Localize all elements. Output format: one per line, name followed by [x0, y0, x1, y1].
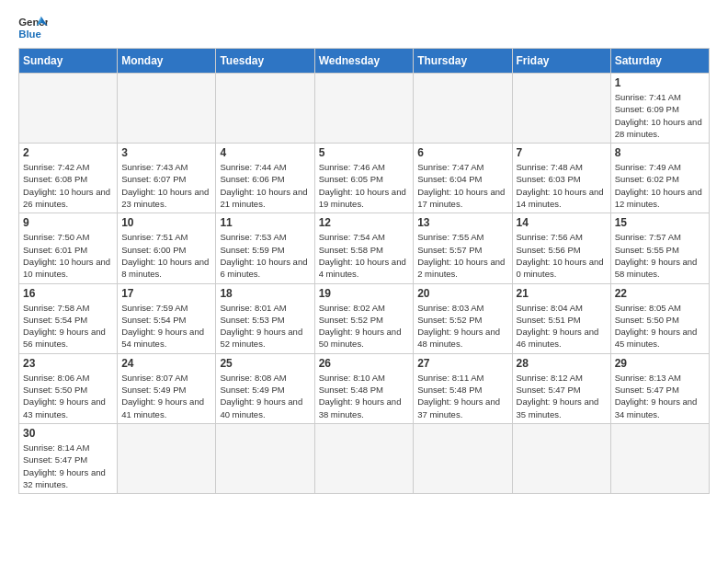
generalblue-logo-icon: General Blue — [18, 15, 48, 40]
day-number: 6 — [417, 146, 507, 159]
day-info: Sunrise: 8:01 AMSunset: 5:53 PMDaylight:… — [220, 302, 310, 350]
calendar-cell: 7Sunrise: 7:48 AMSunset: 6:03 PMDaylight… — [512, 144, 610, 213]
day-info: Sunrise: 7:48 AMSunset: 6:03 PMDaylight:… — [517, 161, 607, 210]
day-number: 9 — [23, 216, 113, 229]
calendar-cell — [314, 423, 414, 493]
day-info: Sunrise: 7:47 AMSunset: 6:04 PMDaylight:… — [417, 161, 507, 210]
svg-text:Blue: Blue — [18, 29, 41, 40]
calendar-cell: 27Sunrise: 8:11 AMSunset: 5:48 PMDayligh… — [414, 353, 512, 423]
weekday-header-monday: Monday — [118, 49, 216, 74]
day-number: 30 — [23, 427, 113, 440]
day-number: 27 — [417, 357, 507, 370]
day-info: Sunrise: 7:53 AMSunset: 5:59 PMDaylight:… — [220, 231, 310, 280]
day-number: 19 — [319, 287, 410, 300]
day-number: 23 — [23, 357, 113, 370]
calendar-cell: 17Sunrise: 7:59 AMSunset: 5:54 PMDayligh… — [118, 283, 216, 353]
day-info: Sunrise: 7:44 AMSunset: 6:06 PMDaylight:… — [220, 161, 310, 210]
calendar-cell: 25Sunrise: 8:08 AMSunset: 5:49 PMDayligh… — [216, 353, 314, 423]
calendar-cell: 3Sunrise: 7:43 AMSunset: 6:07 PMDaylight… — [118, 144, 216, 213]
header: General Blue — [18, 15, 710, 40]
calendar-cell: 2Sunrise: 7:42 AMSunset: 6:08 PMDaylight… — [19, 144, 118, 213]
day-info: Sunrise: 8:12 AMSunset: 5:47 PMDaylight:… — [517, 372, 607, 420]
weekday-header-wednesday: Wednesday — [314, 49, 414, 74]
calendar-week-2: 2Sunrise: 7:42 AMSunset: 6:08 PMDaylight… — [19, 144, 710, 213]
calendar-cell: 26Sunrise: 8:10 AMSunset: 5:48 PMDayligh… — [314, 353, 414, 423]
day-info: Sunrise: 7:56 AMSunset: 5:56 PMDaylight:… — [517, 231, 607, 280]
calendar-cell — [314, 74, 414, 144]
day-number: 25 — [220, 357, 310, 370]
weekday-header-sunday: Sunday — [19, 49, 118, 74]
day-number: 2 — [23, 146, 113, 159]
day-number: 7 — [517, 146, 607, 159]
day-number: 15 — [615, 216, 705, 229]
day-info: Sunrise: 7:55 AMSunset: 5:57 PMDaylight:… — [417, 231, 507, 280]
day-number: 28 — [517, 357, 607, 370]
day-number: 17 — [121, 287, 211, 300]
day-info: Sunrise: 8:10 AMSunset: 5:48 PMDaylight:… — [319, 372, 410, 420]
day-info: Sunrise: 8:13 AMSunset: 5:47 PMDaylight:… — [615, 372, 705, 420]
calendar-cell: 14Sunrise: 7:56 AMSunset: 5:56 PMDayligh… — [512, 213, 610, 283]
day-number: 18 — [220, 287, 310, 300]
weekday-header-thursday: Thursday — [414, 49, 512, 74]
day-number: 13 — [417, 216, 507, 229]
day-info: Sunrise: 8:03 AMSunset: 5:52 PMDaylight:… — [417, 302, 507, 350]
day-info: Sunrise: 8:11 AMSunset: 5:48 PMDaylight:… — [417, 372, 507, 420]
calendar-cell: 22Sunrise: 8:05 AMSunset: 5:50 PMDayligh… — [610, 283, 709, 353]
calendar-cell: 24Sunrise: 8:07 AMSunset: 5:49 PMDayligh… — [118, 353, 216, 423]
calendar-cell — [414, 74, 512, 144]
day-info: Sunrise: 7:51 AMSunset: 6:00 PMDaylight:… — [121, 231, 211, 280]
day-number: 12 — [319, 216, 410, 229]
day-info: Sunrise: 7:50 AMSunset: 6:01 PMDaylight:… — [23, 231, 113, 280]
calendar-cell — [19, 74, 118, 144]
page: General Blue SundayMondayTuesdayWednesda… — [0, 0, 728, 563]
calendar-cell: 13Sunrise: 7:55 AMSunset: 5:57 PMDayligh… — [414, 213, 512, 283]
day-info: Sunrise: 7:58 AMSunset: 5:54 PMDaylight:… — [23, 302, 113, 350]
day-info: Sunrise: 8:05 AMSunset: 5:50 PMDaylight:… — [615, 302, 705, 350]
calendar-cell — [216, 74, 314, 144]
calendar-cell: 10Sunrise: 7:51 AMSunset: 6:00 PMDayligh… — [118, 213, 216, 283]
calendar-cell: 5Sunrise: 7:46 AMSunset: 6:05 PMDaylight… — [314, 144, 414, 213]
calendar-cell: 9Sunrise: 7:50 AMSunset: 6:01 PMDaylight… — [19, 213, 118, 283]
calendar-cell: 8Sunrise: 7:49 AMSunset: 6:02 PMDaylight… — [610, 144, 709, 213]
day-number: 1 — [615, 76, 705, 89]
day-info: Sunrise: 7:42 AMSunset: 6:08 PMDaylight:… — [23, 161, 113, 210]
day-number: 26 — [319, 357, 410, 370]
day-number: 22 — [615, 287, 705, 300]
weekday-header-tuesday: Tuesday — [216, 49, 314, 74]
calendar-cell — [610, 423, 709, 493]
calendar-cell: 16Sunrise: 7:58 AMSunset: 5:54 PMDayligh… — [19, 283, 118, 353]
day-number: 24 — [121, 357, 211, 370]
day-info: Sunrise: 8:14 AMSunset: 5:47 PMDaylight:… — [23, 442, 113, 490]
calendar-cell: 30Sunrise: 8:14 AMSunset: 5:47 PMDayligh… — [19, 423, 118, 493]
day-number: 8 — [615, 146, 705, 159]
calendar-table: SundayMondayTuesdayWednesdayThursdayFrid… — [18, 48, 710, 494]
calendar-cell: 23Sunrise: 8:06 AMSunset: 5:50 PMDayligh… — [19, 353, 118, 423]
calendar-week-4: 16Sunrise: 7:58 AMSunset: 5:54 PMDayligh… — [19, 283, 710, 353]
day-info: Sunrise: 8:06 AMSunset: 5:50 PMDaylight:… — [23, 372, 113, 420]
day-info: Sunrise: 7:43 AMSunset: 6:07 PMDaylight:… — [121, 161, 211, 210]
day-number: 3 — [121, 146, 211, 159]
day-info: Sunrise: 7:46 AMSunset: 6:05 PMDaylight:… — [319, 161, 410, 210]
day-number: 21 — [517, 287, 607, 300]
calendar-week-1: 1Sunrise: 7:41 AMSunset: 6:09 PMDaylight… — [19, 74, 710, 144]
weekday-header-friday: Friday — [512, 49, 610, 74]
day-number: 20 — [417, 287, 507, 300]
day-info: Sunrise: 8:04 AMSunset: 5:51 PMDaylight:… — [517, 302, 607, 350]
calendar-cell — [118, 423, 216, 493]
calendar-cell — [512, 74, 610, 144]
day-number: 4 — [220, 146, 310, 159]
weekday-header-row: SundayMondayTuesdayWednesdayThursdayFrid… — [19, 49, 710, 74]
day-info: Sunrise: 7:49 AMSunset: 6:02 PMDaylight:… — [615, 161, 705, 210]
calendar-cell: 21Sunrise: 8:04 AMSunset: 5:51 PMDayligh… — [512, 283, 610, 353]
calendar-week-6: 30Sunrise: 8:14 AMSunset: 5:47 PMDayligh… — [19, 423, 710, 493]
calendar-cell — [118, 74, 216, 144]
day-number: 29 — [615, 357, 705, 370]
calendar-cell: 15Sunrise: 7:57 AMSunset: 5:55 PMDayligh… — [610, 213, 709, 283]
calendar-week-3: 9Sunrise: 7:50 AMSunset: 6:01 PMDaylight… — [19, 213, 710, 283]
calendar-cell — [512, 423, 610, 493]
day-info: Sunrise: 8:08 AMSunset: 5:49 PMDaylight:… — [220, 372, 310, 420]
day-info: Sunrise: 8:07 AMSunset: 5:49 PMDaylight:… — [121, 372, 211, 420]
calendar-cell: 4Sunrise: 7:44 AMSunset: 6:06 PMDaylight… — [216, 144, 314, 213]
calendar-cell: 28Sunrise: 8:12 AMSunset: 5:47 PMDayligh… — [512, 353, 610, 423]
day-info: Sunrise: 7:41 AMSunset: 6:09 PMDaylight:… — [615, 91, 705, 140]
